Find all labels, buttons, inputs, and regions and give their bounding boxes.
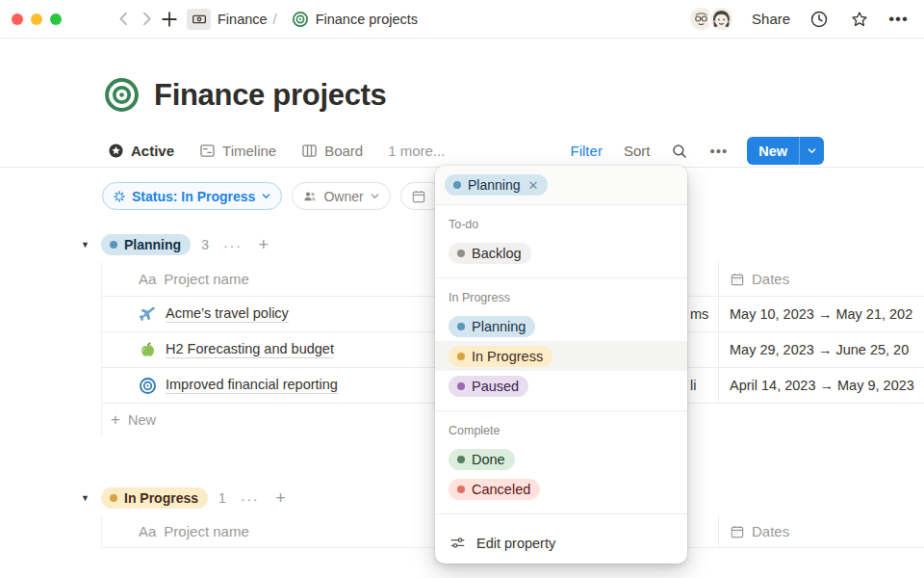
dates-cell[interactable]: April 14, 2023 → May 9, 2023 <box>730 368 914 403</box>
edit-property-button[interactable]: Edit property <box>435 522 687 564</box>
option-paused[interactable]: Paused <box>435 371 687 401</box>
section-title: To-do <box>435 209 687 238</box>
favorite-star-icon[interactable] <box>848 8 871 31</box>
people-icon <box>302 189 318 204</box>
chevron-down-icon <box>370 191 380 201</box>
dates-cell[interactable]: May 29, 2023 → June 25, 20 <box>730 332 909 367</box>
column-header-dates[interactable]: Dates <box>730 515 789 547</box>
hidden-column-fragment: li <box>690 368 696 403</box>
spinner-icon <box>113 190 126 203</box>
avatar[interactable] <box>708 6 734 32</box>
timeline-view-icon <box>199 143 216 159</box>
section-title: Complete <box>435 415 687 444</box>
updates-clock-icon[interactable] <box>808 8 831 31</box>
group-label: Planning <box>124 237 181 252</box>
option-label: Planning <box>472 319 526 334</box>
dropdown-section-todo: To-do Backlog <box>435 205 687 278</box>
project-title[interactable]: Acme’s travel policy <box>166 305 289 323</box>
option-backlog[interactable]: Backlog <box>435 238 687 268</box>
option-label: Paused <box>472 379 519 394</box>
airplane-icon <box>139 305 157 324</box>
starred-view-icon <box>108 143 124 159</box>
tab-active-label: Active <box>131 143 174 159</box>
project-title[interactable]: H2 Forecasting and budget <box>166 341 334 358</box>
more-options-icon[interactable]: ••• <box>888 10 909 29</box>
bullseye-icon <box>139 377 157 395</box>
tab-board-label: Board <box>324 143 363 159</box>
minimize-window-button[interactable] <box>31 13 42 25</box>
option-label: Canceled <box>472 482 530 497</box>
text-property-icon: Aa <box>139 523 156 539</box>
sliders-icon <box>449 535 466 551</box>
tab-timeline-view[interactable]: Timeline <box>199 143 276 159</box>
selected-values-area: Planning ✕ <box>435 166 687 205</box>
filter-link[interactable]: Filter <box>571 143 603 159</box>
more-views-link[interactable]: 1 more... <box>388 143 445 159</box>
status-filter-label: Status: In Progress <box>132 189 255 204</box>
share-button[interactable]: Share <box>752 11 790 27</box>
group-add-row-icon[interactable]: + <box>258 235 269 255</box>
selected-status-chip[interactable]: Planning ✕ <box>445 174 548 196</box>
breadcrumb-current[interactable]: Finance projects <box>316 12 418 27</box>
group-collapse-toggle[interactable]: ▼ <box>81 240 92 250</box>
new-button-label[interactable]: New <box>747 137 799 165</box>
zoom-window-button[interactable] <box>50 13 62 25</box>
new-button[interactable]: New <box>747 137 824 165</box>
board-view-icon <box>301 143 318 159</box>
option-canceled[interactable]: Canceled <box>435 474 687 504</box>
remove-chip-icon[interactable]: ✕ <box>528 178 539 193</box>
view-tabs-bar: Active Timeline Board 1 more... Filter S… <box>0 135 924 168</box>
status-filter-chip[interactable]: Status: In Progress <box>102 182 282 210</box>
option-label: Done <box>472 452 505 467</box>
group-status-pill-in-progress[interactable]: In Progress <box>101 487 208 509</box>
group-status-pill-planning[interactable]: Planning <box>101 234 191 255</box>
breadcrumb-parent[interactable]: Finance <box>218 12 268 27</box>
sidebar-toggle-icon[interactable] <box>83 8 102 31</box>
new-page-plus-icon[interactable] <box>158 8 181 31</box>
group-collapse-toggle[interactable]: ▼ <box>81 493 92 503</box>
nav-back-icon[interactable] <box>112 8 135 31</box>
owner-filter-label: Owner <box>323 189 363 204</box>
dates-header-label: Dates <box>752 523 789 539</box>
hidden-column-fragment: ms <box>690 297 708 331</box>
calendar-icon <box>730 524 745 539</box>
tab-board-view[interactable]: Board <box>301 143 363 159</box>
option-label: In Progress <box>472 349 543 364</box>
group-options-icon[interactable]: ··· <box>241 490 260 507</box>
project-title[interactable]: Improved financial reporting <box>166 377 338 394</box>
breadcrumb-separator: / <box>273 12 277 27</box>
plus-icon: + <box>111 410 120 430</box>
new-row-label: New <box>128 412 156 428</box>
nav-forward-icon[interactable] <box>135 8 158 31</box>
tab-active-view[interactable]: Active <box>108 143 174 159</box>
option-done[interactable]: Done <box>435 444 687 474</box>
finance-page-icon[interactable] <box>187 9 211 30</box>
column-header-project-name[interactable]: Project name <box>164 271 248 287</box>
owner-filter-chip[interactable]: Owner <box>292 182 390 210</box>
target-icon <box>289 8 312 31</box>
column-header-project-name[interactable]: Project name <box>164 523 248 539</box>
page-icon-target[interactable] <box>104 77 140 113</box>
traffic-lights <box>12 13 62 25</box>
group-add-row-icon[interactable]: + <box>275 488 286 509</box>
option-label: Backlog <box>472 246 522 261</box>
group-options-icon[interactable]: ··· <box>223 237 243 253</box>
search-icon[interactable] <box>671 143 688 160</box>
dates-cell[interactable]: May 10, 2023 → May 21, 202 <box>730 297 912 331</box>
group-label: In Progress <box>124 490 198 506</box>
group-count: 3 <box>201 237 209 252</box>
sort-link[interactable]: Sort <box>624 143 651 159</box>
close-window-button[interactable] <box>12 13 23 25</box>
text-property-icon: Aa <box>139 271 156 287</box>
calendar-icon <box>411 189 426 204</box>
view-options-icon[interactable]: ••• <box>709 143 728 159</box>
dropdown-section-complete: Complete Done Canceled <box>435 411 687 514</box>
column-header-dates[interactable]: Dates <box>730 262 789 296</box>
page-title[interactable]: Finance projects <box>154 78 387 113</box>
dropdown-section-in-progress: In Progress Planning In Progress Paused <box>435 278 687 411</box>
status-filter-dropdown: Planning ✕ To-do Backlog In Progress Pla… <box>435 166 687 564</box>
calendar-icon <box>730 272 745 287</box>
new-button-chevron-icon[interactable] <box>800 137 824 165</box>
option-planning[interactable]: Planning <box>435 311 687 341</box>
option-in-progress[interactable]: In Progress <box>435 341 687 371</box>
